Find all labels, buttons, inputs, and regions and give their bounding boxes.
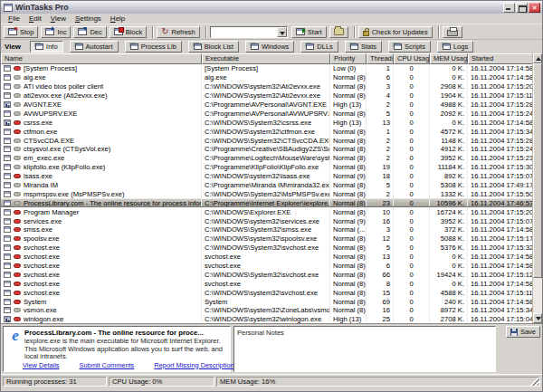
scroll-up-icon[interactable] bbox=[533, 53, 542, 63]
resize-grip[interactable] bbox=[530, 377, 539, 386]
process-row[interactable]: ATI video bios poller clientC:\WINDOWS\s… bbox=[1, 82, 532, 91]
column-header-name[interactable]: Name bbox=[1, 53, 202, 64]
executable-cell: svchost.exe bbox=[202, 253, 330, 262]
process-name: em_exec.exe bbox=[24, 154, 64, 162]
process-row[interactable]: winlogon.exeC:\WINDOWS\system32\winlogon… bbox=[1, 315, 532, 323]
process-row[interactable]: [System Process][System Process]Low (0)1… bbox=[1, 64, 532, 73]
started-cell: 16.11.2004 17:15:23 bbox=[468, 154, 532, 163]
tab-label: Process Lib bbox=[141, 43, 176, 51]
process-row[interactable]: AVGNT.EXEC:\Programme\AVPersonal\AVGNT.E… bbox=[1, 100, 532, 110]
tab-info[interactable]: Info bbox=[30, 41, 63, 53]
process-row[interactable]: csrss.exeC:\WINDOWS\System32\csrss.exeHi… bbox=[1, 118, 532, 127]
mem-usage-cell: 372 K. bbox=[430, 225, 468, 234]
process-name: [System Process] bbox=[24, 64, 77, 72]
tab-logs[interactable]: Logs bbox=[437, 41, 473, 53]
process-filter-combobox[interactable] bbox=[210, 26, 288, 38]
process-row[interactable]: ctfmon.exeC:\WINDOWS\system32\ctfmon.exe… bbox=[1, 127, 532, 136]
link-report-missing-description[interactable]: Report Missing Description bbox=[154, 361, 233, 369]
start-button[interactable]: Start bbox=[291, 26, 327, 38]
menu-item-settings[interactable]: Settings bbox=[71, 14, 106, 24]
name-cell: System bbox=[1, 297, 202, 306]
scrollbar-track[interactable] bbox=[533, 63, 542, 313]
tab-dlls[interactable]: DLLs bbox=[300, 41, 338, 53]
threads-cell: 4 bbox=[367, 91, 394, 100]
process-row[interactable]: em_exec.exeC:\Programme\Logitech\MouseWa… bbox=[1, 154, 532, 163]
combobox-value[interactable] bbox=[211, 27, 277, 37]
column-header-mem-usage[interactable]: MEM Usage bbox=[430, 53, 468, 64]
minimize-button[interactable] bbox=[503, 3, 515, 13]
vertical-scrollbar[interactable] bbox=[532, 53, 542, 323]
dec-priority-button[interactable]: Dec bbox=[73, 26, 106, 38]
tab-block-list[interactable]: Block List bbox=[188, 41, 239, 53]
column-header-priority[interactable]: Priority bbox=[330, 53, 367, 64]
column-header-executable[interactable]: Executable bbox=[202, 53, 330, 64]
process-row[interactable]: svchost.exeC:\WINDOWS\System32\svchost.e… bbox=[1, 244, 532, 253]
chevron-down-icon[interactable] bbox=[277, 27, 287, 37]
scroll-down-icon[interactable] bbox=[533, 313, 542, 323]
mem-usage-cell: 4572 K. bbox=[430, 127, 468, 136]
cpu-usage-cell: 0 bbox=[394, 288, 430, 297]
maximize-button[interactable] bbox=[516, 3, 528, 13]
check-updates-button[interactable]: Check for Updates bbox=[358, 26, 433, 38]
tab-scripts[interactable]: Scripts bbox=[388, 41, 431, 53]
refresh-button[interactable]: ↻Refresh bbox=[157, 26, 200, 38]
process-row[interactable]: svchost.exeC:\WINDOWS\system32\svchost.e… bbox=[1, 288, 532, 297]
process-row[interactable]: services.exeC:\WINDOWS\system32\services… bbox=[1, 216, 532, 225]
tab-windows[interactable]: Windows bbox=[245, 41, 294, 53]
process-row[interactable]: smss.exeC:\WINDOWS\System32\smss.exeNorm… bbox=[1, 225, 532, 234]
column-header-started[interactable]: Started bbox=[468, 53, 532, 64]
process-row[interactable]: svchost.exesvchost.exeNormal (8)800 K.16… bbox=[1, 279, 532, 288]
menu-item-help[interactable]: Help bbox=[106, 14, 129, 24]
browse-button[interactable] bbox=[329, 26, 348, 38]
save-button[interactable]: Save bbox=[506, 326, 540, 338]
process-row[interactable]: ProcessLibrary.com - The online resource… bbox=[1, 198, 532, 207]
save-disk-icon bbox=[510, 329, 518, 336]
process-row[interactable]: svchost.exesvchost.exeNormal (8)600 K.16… bbox=[1, 262, 532, 271]
process-row[interactable]: vsmon.exeC:\WINDOWS\system32\ZoneLabs\vs… bbox=[1, 306, 532, 315]
started-cell: 16.11.2004 17:15:24 bbox=[468, 109, 532, 118]
process-row[interactable]: SystemSystemNormal (8)690240 K.16.11.200… bbox=[1, 297, 532, 306]
process-row[interactable]: CTSvcCDA.EXEC:\WINDOWS\System32\CTSvcCDA… bbox=[1, 136, 532, 145]
menu-item-file[interactable]: File bbox=[4, 14, 24, 24]
view-tabbar: View InfoAutostartProcess LibBlock ListW… bbox=[1, 40, 542, 53]
process-row[interactable]: svchost.exesvchost.exeNormal (8)1300 K.1… bbox=[1, 253, 532, 262]
process-row[interactable]: klipfolio.exe (KlipFolio.exe)C:\Programm… bbox=[1, 163, 532, 172]
link-view-details[interactable]: View Details bbox=[23, 361, 60, 369]
started-cell: 16.11.2004 17:15:30 bbox=[468, 163, 532, 172]
process-row[interactable]: ctsysvol.exe (CTSysVol.exe)C:\Programme\… bbox=[1, 145, 532, 154]
tab-process-lib[interactable]: Process Lib bbox=[125, 41, 182, 53]
process-row[interactable]: Miranda IMC:\Programme\Miranda IM\mirand… bbox=[1, 181, 532, 190]
process-row[interactable]: lsass.exeC:\WINDOWS\system32\lsass.exeNo… bbox=[1, 172, 532, 181]
personal-notes-input[interactable]: Personal Notes bbox=[233, 326, 496, 372]
priority-cell: High (13) bbox=[330, 118, 367, 127]
tab-stats[interactable]: Stats bbox=[345, 41, 382, 53]
process-row[interactable]: spoolsv.exeC:\WINDOWS\system32\spoolsv.e… bbox=[1, 234, 532, 244]
close-button[interactable]: × bbox=[529, 3, 540, 13]
tab-autostart[interactable]: Autostart bbox=[70, 41, 119, 53]
process-name: svchost.exe bbox=[24, 271, 60, 279]
print-button[interactable] bbox=[443, 26, 462, 38]
menu-item-view[interactable]: View bbox=[46, 14, 71, 24]
block-mark-icon bbox=[14, 129, 21, 134]
scrollbar-thumb[interactable] bbox=[533, 63, 542, 278]
stop-button[interactable]: Stop bbox=[4, 26, 38, 38]
inc-priority-button[interactable]: Inc bbox=[41, 26, 71, 38]
window-icon bbox=[4, 272, 11, 278]
column-header-cpu-usage[interactable]: CPU Usage bbox=[394, 53, 430, 64]
started-cell: 16.11.2004 17:15:07 bbox=[468, 216, 532, 225]
process-row[interactable]: alg.exealg.exeNormal (8)600 K.16.11.2004… bbox=[1, 73, 532, 82]
name-cell: svchost.exe bbox=[1, 262, 202, 271]
process-row[interactable]: mspmspsv.exe (MsPMSPSv.exe)C:\WINDOWS\Sy… bbox=[1, 189, 532, 198]
process-row[interactable]: Program ManagerC:\WINDOWS\Explorer.EXENo… bbox=[1, 207, 532, 216]
executable-cell: svchost.exe bbox=[202, 279, 330, 288]
process-row[interactable]: AVWUPSRV.EXEC:\Programme\AVPersonal\AVWU… bbox=[1, 109, 532, 118]
process-row[interactable]: ati2evxx.exe (Ati2evxx.exe)C:\WINDOWS\sy… bbox=[1, 91, 532, 100]
started-cell: 16.11.2004 17:15:12 bbox=[468, 270, 532, 279]
decrease-icon bbox=[78, 28, 87, 35]
link-submit-comments[interactable]: Submit Comments bbox=[80, 361, 135, 369]
block-button[interactable]: Block bbox=[110, 26, 147, 38]
mem-usage-cell: 3952 K. bbox=[430, 216, 468, 225]
menu-item-edit[interactable]: Edit bbox=[24, 14, 46, 24]
process-row[interactable]: svchost.exeC:\WINDOWS\System32\svchost.e… bbox=[1, 270, 532, 279]
column-header-threads[interactable]: Threads bbox=[367, 53, 394, 64]
